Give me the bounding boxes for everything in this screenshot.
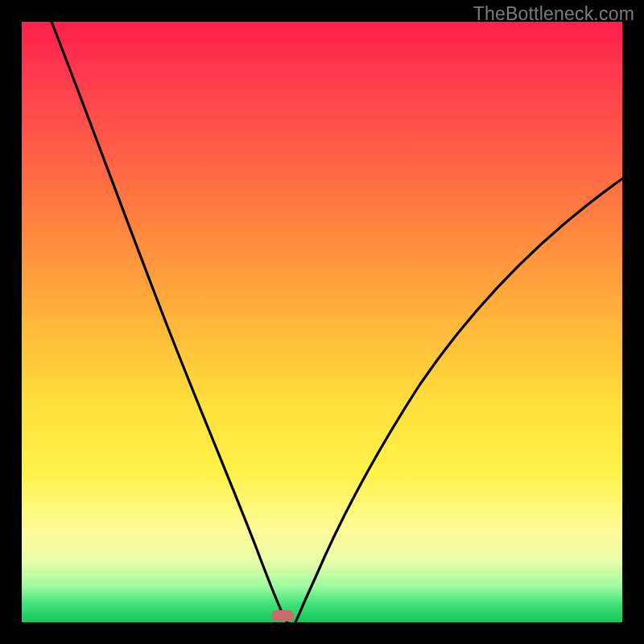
bottleneck-curve <box>22 22 622 622</box>
curve-right-branch <box>295 179 622 622</box>
plot-area <box>22 22 622 622</box>
curve-left-branch <box>52 22 287 622</box>
minimum-marker <box>271 610 294 621</box>
chart-frame: TheBottleneck.com <box>0 0 644 644</box>
